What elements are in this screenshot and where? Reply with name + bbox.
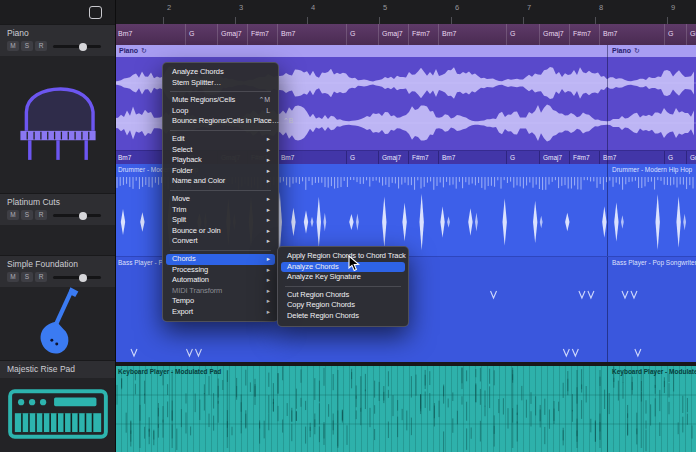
track-header-settings-icon[interactable] <box>89 6 102 19</box>
menu-item-mute-regions-cells[interactable]: Mute Regions/Cells⌃M <box>166 95 275 106</box>
bass-region-name-right: Bass Player - Pop Songwriter <box>612 259 696 266</box>
record-button[interactable]: R <box>35 41 47 51</box>
keyboard-region[interactable]: Keyboard Player - Modulated Pad Keyboard… <box>115 366 696 452</box>
chord-label: Gmaj7 <box>382 154 401 161</box>
record-button[interactable]: R <box>35 272 47 282</box>
chord-separator <box>277 24 278 45</box>
chord-label: G <box>510 154 515 161</box>
track-header-piano[interactable]: PianoMSR <box>0 24 115 193</box>
bar-ruler[interactable]: 23456789 <box>115 0 696 25</box>
volume-slider-knob[interactable] <box>79 43 87 51</box>
chords-submenu: Apply Region Chords to Chord TrackAnalyz… <box>277 246 409 327</box>
menu-item-analyze-chords[interactable]: Analyze Chords <box>281 262 405 273</box>
chord-label: Gmaj7 <box>543 154 562 161</box>
submenu-arrow-icon: ▸ <box>267 286 270 297</box>
menu-item-folder[interactable]: Folder▸ <box>166 166 275 177</box>
menu-item-label: Analyze Chords <box>172 67 224 78</box>
submenu-arrow-icon: ▸ <box>267 155 270 166</box>
chord-label: G <box>668 30 673 37</box>
track-header-simple-foundation[interactable]: Simple FoundationMSR <box>0 255 115 360</box>
menu-separator <box>170 190 271 191</box>
chord-label: Bm7 <box>281 30 295 37</box>
chord-separator <box>599 151 600 164</box>
chord-separator <box>506 151 507 164</box>
chord-separator <box>686 24 687 45</box>
menu-item-analyze-key-signature[interactable]: Analyze Key Signature <box>281 272 405 283</box>
menu-item-split[interactable]: Split▸ <box>166 215 275 226</box>
ruler-tick <box>523 17 524 24</box>
menu-item-delete-region-chords[interactable]: Delete Region Chords <box>281 311 405 322</box>
chord-separator <box>539 24 540 45</box>
solo-button[interactable]: S <box>21 210 33 220</box>
menu-item-playback[interactable]: Playback▸ <box>166 155 275 166</box>
volume-slider[interactable] <box>53 276 101 279</box>
menu-item-bounce-regions-cells-in-place[interactable]: Bounce Regions/Cells in Place…⌃B <box>166 116 275 127</box>
menu-item-label: Loop <box>172 106 188 117</box>
track-name: Simple Foundation <box>7 259 115 269</box>
menu-item-label: Copy Region Chords <box>287 300 355 311</box>
ruler-tick <box>667 17 668 24</box>
menu-separator <box>170 250 271 251</box>
volume-slider[interactable] <box>53 45 101 48</box>
menu-item-copy-region-chords[interactable]: Copy Region Chords <box>281 300 405 311</box>
menu-item-stem-splitter[interactable]: Stem Splitter… <box>166 78 275 89</box>
menu-item-label: Move <box>172 194 190 205</box>
submenu-arrow-icon: ▸ <box>267 254 270 265</box>
record-button[interactable]: R <box>35 210 47 220</box>
synth-keyboard-icon <box>0 378 115 450</box>
submenu-arrow-icon: ▸ <box>267 205 270 216</box>
menu-item-cut-region-chords[interactable]: Cut Region Chords <box>281 290 405 301</box>
menu-item-automation[interactable]: Automation▸ <box>166 275 275 286</box>
piano-region-header[interactable]: Piano↻ Piano↻ <box>115 45 696 57</box>
chord-label: F#m7 <box>251 30 269 37</box>
menu-item-processing[interactable]: Processing▸ <box>166 265 275 276</box>
volume-slider-knob[interactable] <box>79 212 87 220</box>
track-header-majestic-rise-pad[interactable]: Majestic Rise Pad <box>0 360 115 452</box>
menu-item-move[interactable]: Move▸ <box>166 194 275 205</box>
menu-item-apply-region-chords-to-chord-track[interactable]: Apply Region Chords to Chord Track <box>281 251 405 262</box>
menu-item-convert[interactable]: Convert▸ <box>166 236 275 247</box>
menu-item-label: MIDI Transform <box>172 286 222 297</box>
menu-item-label: Automation <box>172 275 209 286</box>
submenu-arrow-icon: ▸ <box>267 226 270 237</box>
mute-button[interactable]: M <box>7 272 19 282</box>
keyboard-region-name-right: Keyboard Player - Modulated Pad <box>612 368 696 375</box>
mute-button[interactable]: M <box>7 210 19 220</box>
chord-label: Gmaj7 <box>543 30 564 37</box>
menu-item-select[interactable]: Select▸ <box>166 145 275 156</box>
chord-separator <box>217 24 218 45</box>
track-header-platinum-cuts[interactable]: Platinum CutsMSR <box>0 193 115 255</box>
mute-button[interactable]: M <box>7 41 19 51</box>
menu-separator <box>170 130 271 131</box>
menu-item-loop[interactable]: LoopL <box>166 106 275 117</box>
submenu-arrow-icon: ▸ <box>267 215 270 226</box>
volume-slider[interactable] <box>53 214 101 217</box>
menu-item-export[interactable]: Export▸ <box>166 307 275 318</box>
chord-global-track[interactable]: Bm7GGmaj7F#m7Bm7GGmaj7F#m7Bm7GGmaj7F#m7B… <box>115 24 696 46</box>
menu-item-edit[interactable]: Edit▸ <box>166 134 275 145</box>
volume-slider-knob[interactable] <box>79 274 87 282</box>
chord-label: Bm7 <box>442 154 455 161</box>
chord-separator <box>346 24 347 45</box>
menu-item-midi-transform[interactable]: MIDI Transform▸ <box>166 286 275 297</box>
chord-separator <box>664 24 665 45</box>
chord-label: F#m7 <box>412 30 430 37</box>
menu-item-chords[interactable]: Chords▸ <box>166 254 275 265</box>
solo-button[interactable]: S <box>21 41 33 51</box>
menu-item-bounce-or-join[interactable]: Bounce or Join▸ <box>166 226 275 237</box>
chord-label: G <box>668 154 673 161</box>
region-boundary <box>607 257 608 363</box>
ruler-tick <box>595 17 596 24</box>
menu-item-name-and-color[interactable]: Name and Color▸ <box>166 176 275 187</box>
chord-label: Bm7 <box>442 30 456 37</box>
menu-item-analyze-chords[interactable]: Analyze Chords <box>166 67 275 78</box>
loop-icon: ↻ <box>634 47 640 54</box>
menu-item-label: Processing <box>172 265 208 276</box>
solo-button[interactable]: S <box>21 272 33 282</box>
track-name: Platinum Cuts <box>7 197 115 207</box>
menu-item-trim[interactable]: Trim▸ <box>166 205 275 216</box>
submenu-arrow-icon: ▸ <box>267 134 270 145</box>
menu-item-tempo[interactable]: Tempo▸ <box>166 296 275 307</box>
menu-item-label: Apply Region Chords to Chord Track <box>287 251 406 262</box>
submenu-arrow-icon: ▸ <box>267 236 270 247</box>
